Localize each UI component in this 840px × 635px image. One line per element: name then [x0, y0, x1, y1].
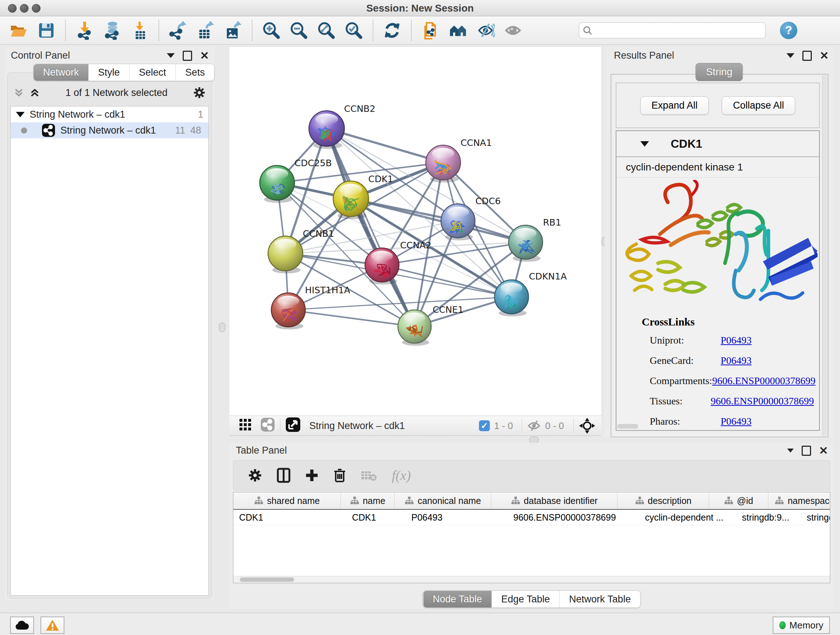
- clone-network-button[interactable]: [421, 21, 440, 40]
- import-table-from-file-button[interactable]: [130, 21, 149, 40]
- table-cell[interactable]: 9606.ENSP00000378699: [508, 510, 639, 525]
- node-label-CDC25B: CDC25B: [294, 158, 332, 168]
- search-input[interactable]: [592, 25, 761, 36]
- gene-section-header[interactable]: CDK1: [616, 131, 819, 157]
- results-vertical-scrollbar[interactable]: [822, 75, 827, 436]
- network-canvas[interactable]: CCNB2CCNA1CDC25BCDK1CDC6RB1CCNB1CCNA2CDK…: [229, 47, 601, 416]
- network-row-selected[interactable]: String Network – cdk1 11 48: [11, 122, 208, 138]
- column-header-shared-name[interactable]: shared name: [233, 492, 341, 509]
- crosslink-link[interactable]: 9606.ENSP00000378699: [712, 375, 815, 386]
- tab-style[interactable]: Style: [88, 64, 129, 81]
- import-network-from-file-button[interactable]: [75, 21, 94, 40]
- table-cell[interactable]: stringdb: [801, 510, 830, 525]
- string-network-icon: [42, 124, 55, 137]
- table-panel-float-button[interactable]: [802, 446, 811, 456]
- toolbar-search-field[interactable]: [579, 22, 766, 38]
- collapse-all-networks-icon[interactable]: [13, 87, 24, 98]
- network-view-share-button[interactable]: [261, 417, 275, 434]
- results-panel-close-button[interactable]: ✕: [820, 52, 829, 59]
- crosslink-link[interactable]: P06493: [721, 355, 752, 366]
- table-cell[interactable]: P06493: [406, 510, 508, 525]
- cloud-icon: [15, 620, 29, 630]
- results-panel-float-button[interactable]: [802, 51, 812, 61]
- export-table-button[interactable]: [196, 21, 215, 40]
- warning-icon: [45, 619, 60, 631]
- crosslink-link[interactable]: P06493: [721, 416, 752, 427]
- hidden-eye-icon[interactable]: [527, 420, 541, 432]
- warnings-button[interactable]: [41, 616, 65, 634]
- expand-all-button[interactable]: Expand All: [640, 96, 709, 115]
- memory-button[interactable]: Memory: [773, 616, 830, 634]
- crosslink-row: Compartments:9606.ENSP00000378699: [650, 375, 814, 386]
- selected-indicator-checkbox[interactable]: ✓: [479, 420, 490, 431]
- tab-network-table[interactable]: Network Table: [559, 591, 640, 608]
- cloud-button[interactable]: [10, 616, 34, 634]
- open-session-button[interactable]: [9, 21, 28, 40]
- delete-column-icon[interactable]: [333, 468, 346, 483]
- network-view-title: String Network – cdk1: [309, 420, 479, 432]
- table-panel-close-button[interactable]: ✕: [819, 447, 828, 454]
- column-header-description[interactable]: description: [617, 492, 709, 509]
- control-panel-menu-arrow[interactable]: [167, 53, 175, 58]
- column-header-database-identifier[interactable]: database identifier: [491, 492, 617, 509]
- table-cell[interactable]: CDK1: [346, 510, 406, 525]
- save-session-button[interactable]: [37, 21, 56, 40]
- export-image-button[interactable]: [224, 21, 242, 40]
- crosslink-link[interactable]: P06493: [721, 334, 752, 346]
- network-node-CCNA1[interactable]: CCNA1: [426, 138, 492, 182]
- table-scrollbar-thumb[interactable]: [240, 578, 294, 582]
- results-panel-menu-arrow[interactable]: [786, 53, 794, 58]
- help-button[interactable]: ?: [780, 22, 797, 39]
- tab-string[interactable]: String: [695, 63, 743, 81]
- show-columns-icon[interactable]: [277, 468, 291, 483]
- zoom-selected-button[interactable]: [344, 21, 363, 40]
- network-node-CCNB1[interactable]: CCNB1: [268, 228, 334, 273]
- control-panel-close-button[interactable]: ✕: [200, 52, 209, 59]
- import-network-from-database-button[interactable]: [103, 21, 122, 40]
- zoom-fit-button[interactable]: [317, 21, 336, 40]
- expand-collapse-box: Expand All Collapse All: [616, 82, 820, 128]
- network-node-RB1[interactable]: RB1: [508, 217, 561, 262]
- horizontal-splitter-handle[interactable]: [529, 437, 538, 443]
- network-panel-gear-icon[interactable]: [193, 86, 206, 99]
- left-splitter-handle[interactable]: [219, 323, 225, 332]
- results-horizontal-scroll-nub[interactable]: [617, 424, 638, 429]
- show-grid-button[interactable]: [238, 417, 253, 434]
- column-header-@id[interactable]: @id: [709, 492, 768, 509]
- control-panel-float-button[interactable]: [183, 51, 192, 61]
- table-row[interactable]: CDK1CDK1P064939606.ENSP00000378699cyclin…: [233, 510, 830, 525]
- detach-view-button[interactable]: [286, 417, 301, 435]
- tab-node-table[interactable]: Node Table: [423, 591, 491, 608]
- tab-sets[interactable]: Sets: [175, 64, 214, 81]
- table-cell[interactable]: cyclin-dependent ...: [639, 510, 736, 525]
- zoom-in-button[interactable]: [262, 21, 281, 40]
- tab-edge-table[interactable]: Edge Table: [491, 591, 559, 608]
- tab-select[interactable]: Select: [129, 64, 175, 81]
- table-cell[interactable]: stringdb:9...: [736, 510, 801, 525]
- gene-collapse-icon[interactable]: [640, 141, 649, 147]
- add-column-icon[interactable]: [305, 469, 319, 482]
- network-node-CDKN1A[interactable]: CDKN1A: [494, 271, 567, 317]
- show-hide-graphics-button[interactable]: [476, 21, 495, 40]
- table-horizontal-scrollbar[interactable]: [233, 576, 830, 583]
- column-header-canonical-name[interactable]: canonical name: [395, 492, 491, 509]
- crosslink-link[interactable]: 9606.ENSP00000378699: [711, 395, 814, 407]
- table-cell[interactable]: CDK1: [233, 510, 346, 525]
- zoom-out-button[interactable]: [289, 21, 308, 40]
- expand-all-networks-icon[interactable]: [29, 87, 40, 98]
- birdseye-navigator-icon[interactable]: [579, 417, 595, 434]
- network-collection-row[interactable]: String Network – cdk1 1: [11, 106, 208, 122]
- grey-eye-button[interactable]: [504, 21, 523, 40]
- first-neighbors-button[interactable]: [448, 21, 467, 40]
- table-gear-icon[interactable]: [248, 468, 262, 483]
- collection-expander-icon[interactable]: [16, 112, 25, 117]
- column-header-namespace[interactable]: namespace: [768, 492, 830, 509]
- column-header-name[interactable]: name: [341, 492, 395, 509]
- network-list: String Network – cdk1 1 String Network –…: [11, 106, 209, 595]
- tab-network[interactable]: Network: [34, 64, 88, 81]
- table-panel-menu-arrow[interactable]: [787, 448, 794, 453]
- export-network-button[interactable]: [169, 21, 187, 40]
- collapse-all-button[interactable]: Collapse All: [722, 96, 795, 115]
- network-graph: CCNB2CCNA1CDC25BCDK1CDC6RB1CCNB1CCNA2CDK…: [229, 47, 601, 416]
- apply-layout-button[interactable]: [383, 21, 401, 40]
